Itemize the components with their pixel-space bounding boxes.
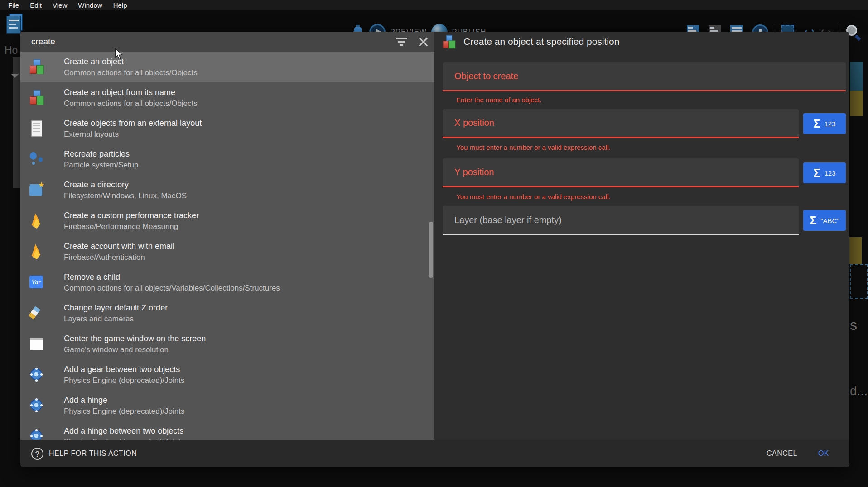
action-result-row[interactable]: Recreate particles Particle system/Setup (20, 144, 434, 175)
action-result-row[interactable]: Create a custom performance tracker Fire… (20, 205, 434, 236)
help-icon: ? (31, 448, 43, 460)
ok-button[interactable]: OK (818, 449, 829, 458)
cubes-icon (29, 90, 45, 106)
action-result-row[interactable]: Remove a child Common actions for all ob… (20, 267, 434, 298)
object-to-create-field[interactable]: Object to create (443, 62, 846, 91)
firebase-icon (29, 244, 45, 260)
particles-icon (29, 151, 45, 167)
action-group: Filesystem/Windows, Linux, MacOS (64, 191, 187, 201)
var-icon (29, 274, 45, 291)
action-group: Layers and cameras (64, 314, 168, 325)
menu-edit[interactable]: Edit (25, 0, 46, 10)
action-title: Create a custom performance tracker (64, 210, 199, 221)
home-tab-partial: Ho (5, 44, 18, 57)
action-group: Physics Engine (deprecated)/Joints (64, 375, 184, 386)
field-label: Object to create (454, 71, 518, 81)
action-title: Create an object from its name (64, 87, 198, 98)
detail-header: Create an object at specified position (434, 32, 849, 52)
action-title: Remove a child (64, 272, 280, 283)
action-title: Recreate particles (64, 148, 138, 160)
action-group: Firebase/Authentication (64, 252, 174, 263)
field-error-text: You must enter a number or a valid expre… (443, 143, 846, 151)
physics-icon (29, 367, 45, 383)
action-title: Create an object (64, 56, 198, 67)
window-icon (29, 336, 45, 352)
background-thumbnail-olive (850, 91, 863, 116)
field-label: Y position (454, 167, 494, 177)
expression-builder-button[interactable]: Σ "ABC" (803, 210, 846, 231)
app-screen: File Edit View Window Help PREVIEW PUBLI… (0, 0, 868, 487)
project-manager-icon[interactable] (6, 14, 24, 34)
action-title: Center the game window on the screen (64, 333, 206, 344)
instruction-editor-dialog: create Create an object Common actions f… (20, 32, 849, 467)
physics-icon (29, 397, 45, 414)
action-result-row[interactable]: Change layer default Z order Layers and … (20, 298, 434, 329)
y-position-field[interactable]: Y position (443, 158, 799, 187)
action-group: External layouts (64, 129, 202, 140)
action-group: Physics Engine (deprecated)/Joints (64, 437, 184, 440)
help-label: HELP FOR THIS ACTION (49, 449, 137, 458)
action-title: Create account with with email (64, 241, 174, 252)
firebase-icon (29, 213, 45, 229)
filter-icon[interactable] (395, 37, 407, 46)
action-group: Common actions for all objects/Variables… (64, 283, 280, 294)
cubes-icon (29, 59, 45, 75)
action-result-row[interactable]: Create an object from its name Common ac… (20, 82, 434, 113)
action-title: Add a gear between two objects (64, 364, 184, 375)
mouse-cursor (113, 48, 124, 62)
sigma-icon: Σ (810, 215, 816, 226)
action-result-row[interactable]: Create account with with email Firebase/… (20, 236, 434, 267)
detail-title: Create an object at specified position (463, 36, 619, 47)
layer-field[interactable]: Layer (base layer if empty) (443, 206, 799, 235)
main-toolbar: PREVIEW PUBLISH ↩ ↪ (0, 10, 868, 34)
sigma-icon: Σ (813, 167, 820, 179)
action-group: Physics Engine (deprecated)/Joints (64, 406, 184, 417)
action-title: Change layer default Z order (64, 302, 168, 314)
action-result-row[interactable]: Add a gear between two objects Physics E… (20, 359, 434, 390)
action-title: Add a hinge between two objects (64, 425, 184, 437)
close-icon[interactable] (418, 37, 428, 47)
action-result-row[interactable]: Add a hinge between two objects Physics … (20, 421, 434, 440)
x-position-field[interactable]: X position (443, 109, 799, 138)
menu-view[interactable]: View (48, 0, 72, 10)
expression-type-label: 123 (824, 120, 835, 128)
action-result-row[interactable]: Create an object Common actions for all … (20, 52, 434, 82)
menu-help[interactable]: Help (109, 0, 132, 10)
expression-builder-button[interactable]: Σ 123 (803, 162, 846, 183)
search-bar[interactable]: create (20, 32, 434, 52)
action-result-row[interactable]: Add a hinge Physics Engine (deprecated)/… (20, 390, 434, 421)
field-helper-text: Enter the name of an object. (443, 96, 846, 104)
search-input[interactable]: create (31, 37, 395, 47)
field-label: Layer (base layer if empty) (454, 215, 562, 225)
chevron-down-icon[interactable] (11, 74, 19, 78)
action-group: Common actions for all objects/Objects (64, 67, 198, 78)
field-error-text: You must enter a number or a valid expre… (443, 193, 846, 201)
action-group: Common actions for all objects/Objects (64, 98, 198, 109)
detail-content: Object to create Enter the name of an ob… (434, 52, 849, 235)
action-search-panel: create Create an object Common actions f… (20, 32, 434, 440)
background-text-partial: s (850, 317, 857, 334)
expression-type-label: 123 (824, 169, 835, 177)
menu-bar: File Edit View Window Help (0, 0, 868, 10)
physics-icon (29, 428, 45, 440)
background-selection-outline (850, 264, 868, 299)
background-thumbnail-olive (849, 237, 862, 264)
menu-file[interactable]: File (4, 0, 24, 10)
action-result-row[interactable]: Create a directory Filesystem/Windows, L… (20, 175, 434, 205)
field-label: X position (454, 118, 494, 128)
expression-builder-button[interactable]: Σ 123 (803, 113, 846, 134)
action-result-row[interactable]: Center the game window on the screen Gam… (20, 329, 434, 359)
menu-window[interactable]: Window (73, 0, 106, 10)
scrollbar-thumb[interactable] (429, 222, 433, 278)
expression-type-label: "ABC" (820, 217, 839, 224)
action-title: Create a directory (64, 179, 187, 191)
action-group: Game's window and resolution (64, 344, 206, 355)
cancel-button[interactable]: CANCEL (767, 449, 797, 458)
action-detail-panel: Create an object at specified position O… (434, 32, 849, 440)
cubes-icon (442, 35, 456, 49)
help-button[interactable]: ? HELP FOR THIS ACTION (31, 448, 137, 460)
folder-icon (29, 182, 45, 198)
background-thumbnail-teal (850, 62, 863, 91)
action-result-row[interactable]: Create objects from an external layout E… (20, 113, 434, 144)
layers-icon (29, 305, 45, 321)
